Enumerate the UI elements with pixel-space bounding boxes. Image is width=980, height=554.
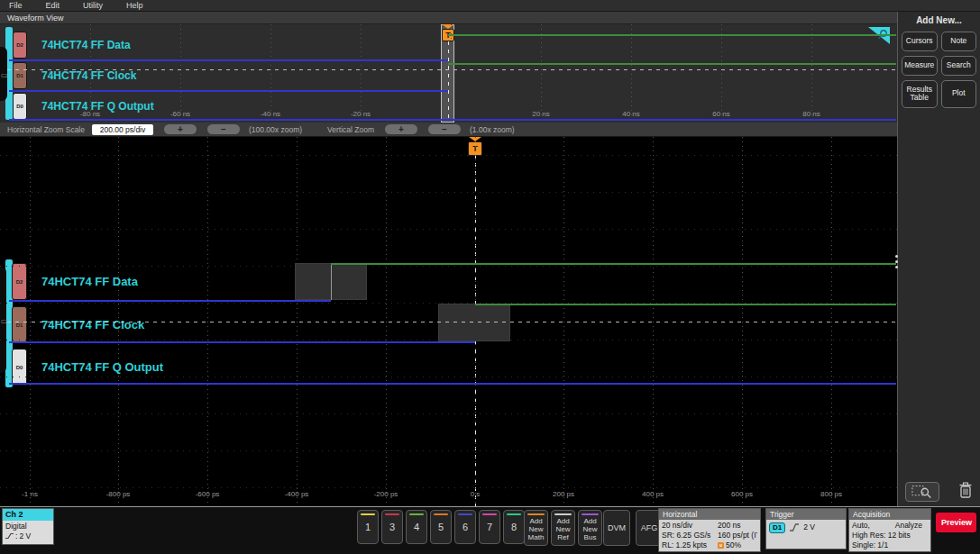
gridline bbox=[0, 487, 897, 488]
channel-7-button[interactable]: 7 bbox=[479, 510, 500, 544]
bottom-bar: Ch 2 Digital : 2 V 1345678 Add New MathA… bbox=[0, 506, 980, 554]
add-new-plot-button[interactable]: Plot bbox=[941, 80, 977, 109]
channel-badge-d0[interactable]: D0 bbox=[12, 349, 27, 386]
gridline bbox=[180, 24, 181, 123]
trigger-level-line bbox=[7, 69, 896, 70]
channel-badge-d1[interactable]: D1 bbox=[12, 306, 27, 343]
acquisition-analyze: Analyze bbox=[895, 521, 922, 531]
color-stripe bbox=[385, 513, 399, 515]
gridline bbox=[631, 24, 632, 123]
axis-tick-label: 200 ps bbox=[543, 490, 584, 498]
gridline bbox=[0, 413, 897, 414]
axis-tick-label: -400 ps bbox=[276, 490, 317, 498]
v-zoom-minus-button[interactable]: − bbox=[428, 124, 461, 134]
trigger-panel-title: Trigger bbox=[766, 509, 846, 520]
ch2-type: Digital bbox=[5, 522, 53, 531]
h-zoom-readout: (100.00x zoom) bbox=[249, 125, 302, 134]
horizontal-panel[interactable]: Horizontal 20 ns/div 200 ns SR: 6.25 GS/… bbox=[658, 508, 761, 552]
trigger-level-value: 2 V bbox=[803, 522, 815, 532]
panel-resize-handle[interactable] bbox=[893, 255, 899, 268]
channel-badge-d0[interactable]: D0 bbox=[13, 93, 27, 120]
add-new-math-button[interactable]: Add New Math bbox=[524, 510, 548, 546]
menu-item-help[interactable]: Help bbox=[126, 1, 143, 10]
add-new-cursors-button[interactable]: Cursors bbox=[902, 32, 938, 51]
wave-clock-high bbox=[475, 304, 896, 305]
acquisition-resolution: High Res: 12 bits bbox=[852, 531, 928, 540]
v-zoom-plus-button[interactable]: + bbox=[385, 124, 417, 134]
axis-tick-label: -40 ns bbox=[250, 110, 291, 118]
gridline bbox=[0, 377, 897, 377]
zoom-scale-input[interactable] bbox=[92, 124, 153, 135]
acquisition-mode: Auto, bbox=[852, 521, 870, 531]
trigger-panel[interactable]: Trigger D1 2 V bbox=[765, 508, 847, 549]
zoom-tool-button[interactable] bbox=[905, 482, 939, 502]
h-zoom-plus-button[interactable]: + bbox=[164, 124, 197, 134]
wave-clock-low bbox=[9, 341, 475, 343]
add-new-measure-button[interactable]: Measure bbox=[902, 56, 938, 76]
add-new-button-grid: CursorsNoteMeasureSearchResults TablePlo… bbox=[898, 25, 980, 114]
dvm-button[interactable]: DVM bbox=[603, 510, 630, 546]
add-new-results-table-button[interactable]: Results Table bbox=[902, 80, 938, 109]
horizontal-resolution: 160 ps/pt (IT) bbox=[718, 531, 757, 540]
trigger-marker-overview[interactable]: T bbox=[442, 24, 454, 121]
gridline bbox=[270, 24, 271, 123]
channel-3-button[interactable]: 3 bbox=[381, 510, 403, 544]
channel-5-button[interactable]: 5 bbox=[430, 510, 452, 544]
add-new-title: Add New... bbox=[898, 15, 980, 25]
trash-button[interactable] bbox=[957, 481, 974, 503]
overview-zoom-corner-icon[interactable] bbox=[868, 27, 890, 48]
gridline bbox=[811, 24, 812, 123]
zoom-toolbar: Horizontal Zoom Scale + − (100.00x zoom)… bbox=[0, 123, 897, 137]
probe-label: C2 bbox=[1, 73, 8, 78]
horizontal-record-length: RL: 1.25 kpts bbox=[662, 540, 718, 550]
color-stripe bbox=[361, 513, 375, 515]
channel-row-clock[interactable]: D1 74HCT74 FF Clock bbox=[13, 62, 136, 89]
rising-edge-icon bbox=[789, 522, 800, 532]
channel-1-button[interactable]: 1 bbox=[357, 510, 379, 544]
channel-row-clock[interactable]: D1 74HCT74 FF Clock bbox=[12, 306, 144, 343]
wave-data-high bbox=[448, 34, 896, 36]
h-zoom-minus-button[interactable]: − bbox=[207, 124, 240, 134]
wave-clock-high bbox=[448, 63, 896, 65]
axis-tick-label: 600 ps bbox=[721, 490, 763, 498]
channel-badge-d2[interactable]: D2 bbox=[13, 32, 27, 59]
channel-4-button[interactable]: 4 bbox=[406, 510, 427, 544]
horizontal-zoom-scale-label: Horizontal Zoom Scale bbox=[7, 125, 85, 134]
horizontal-panel-body: 20 ns/div 200 ns SR: 6.25 GS/s 160 ps/pt… bbox=[659, 520, 760, 551]
menu-item-utility[interactable]: Utility bbox=[83, 1, 103, 10]
zoom-box-icon bbox=[911, 485, 933, 499]
channel-badge-d2[interactable]: D2 bbox=[12, 263, 27, 300]
channel-row-q-output[interactable]: D0 74HCT74 FF Q Output bbox=[12, 349, 163, 386]
ch2-threshold-sep: : bbox=[15, 531, 17, 541]
channel-label-clock: 74HCT74 FF Clock bbox=[41, 69, 136, 82]
gridline bbox=[0, 450, 897, 451]
preview-button[interactable]: Preview bbox=[936, 513, 976, 532]
waveform-view-tab[interactable]: Waveform View bbox=[0, 12, 897, 24]
axis-tick-label: -800 ps bbox=[97, 490, 139, 498]
ch2-channel-badge[interactable]: Ch 2 Digital : 2 V bbox=[2, 508, 54, 545]
menu-item-file[interactable]: File bbox=[9, 1, 23, 10]
add-new-search-button[interactable]: Search bbox=[941, 56, 977, 76]
acquisition-panel-title: Acquisition bbox=[849, 509, 930, 520]
channel-8-button[interactable]: 8 bbox=[503, 510, 525, 544]
add-new-bus-button[interactable]: Add New Bus bbox=[578, 510, 602, 546]
transition-region bbox=[331, 263, 332, 300]
main-zoom-plot[interactable]: T C2 D2 74HCT74 FF Data D1 74HCT74 FF Cl… bbox=[0, 137, 897, 506]
overview-plot[interactable]: C2 D2 74HCT74 FF Data D1 74HCT74 FF Cloc… bbox=[0, 24, 897, 123]
misc-button-row: DVMAFG bbox=[603, 510, 663, 546]
gridline bbox=[0, 192, 897, 193]
channel-6-button[interactable]: 6 bbox=[454, 510, 476, 544]
channel-badge-d1[interactable]: D1 bbox=[13, 62, 27, 89]
menu-item-edit[interactable]: Edit bbox=[46, 1, 60, 10]
acquisition-panel[interactable]: Acquisition Auto, Analyze High Res: 12 b… bbox=[848, 508, 931, 552]
add-new-note-button[interactable]: Note bbox=[941, 32, 977, 51]
wave-data-low bbox=[9, 59, 448, 61]
wave-q-output-low bbox=[9, 383, 896, 385]
acquisition-panel-body: Auto, Analyze High Res: 12 bits Single: … bbox=[849, 520, 930, 551]
channel-row-data[interactable]: D2 74HCT74 FF Data bbox=[13, 32, 131, 59]
add-new-ref-button[interactable]: Add New Ref bbox=[551, 510, 575, 546]
axis-tick-label: 400 ps bbox=[632, 490, 673, 498]
add-new-button-row: Add New MathAdd New RefAdd New Bus bbox=[524, 510, 602, 546]
gridline bbox=[90, 24, 91, 123]
channel-label-data: 74HCT74 FF Data bbox=[41, 39, 131, 51]
